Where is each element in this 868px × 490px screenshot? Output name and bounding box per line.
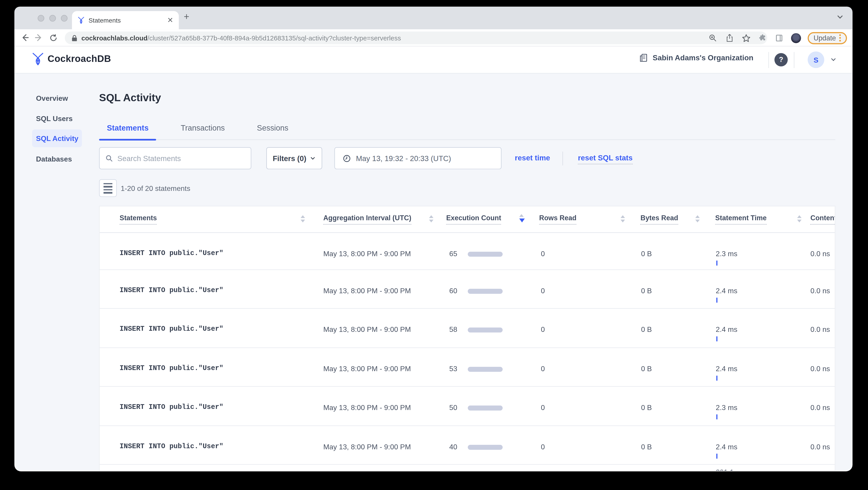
account-chevron-down-icon[interactable] (830, 57, 836, 63)
time-range-button[interactable]: May 13, 19:32 - 20:33 (UTC) (334, 147, 502, 169)
organization-icon (639, 53, 648, 63)
column-header[interactable]: Rows Read (539, 214, 577, 222)
table-row[interactable]: INSERT INTO public."User" May 13, 8:00 P… (100, 309, 835, 348)
tab[interactable]: Statements (99, 123, 156, 139)
reload-button[interactable] (47, 32, 59, 44)
aggregation-interval-cell: May 13, 8:00 PM - 9:00 PM (323, 250, 411, 258)
extensions-puzzle-icon[interactable] (758, 33, 768, 43)
minimize-window-button[interactable] (49, 15, 56, 22)
cockroachdb-logo[interactable]: CockroachDB (32, 53, 111, 65)
side-panel-icon[interactable] (774, 33, 784, 43)
column-header[interactable]: Statements (120, 214, 157, 222)
tab[interactable]: Sessions (249, 123, 296, 139)
browser-menu-icon[interactable] (839, 34, 841, 41)
search-statements-box[interactable] (99, 147, 251, 169)
tab-search-chevron-icon[interactable] (836, 13, 844, 21)
execution-count-bar (468, 366, 502, 371)
filters-button[interactable]: Filters (0) (266, 147, 322, 169)
sort-arrows-icon[interactable] (620, 215, 625, 222)
execution-count-cell: 40 (440, 442, 457, 451)
statement-time-cell: 2.4 ms (716, 325, 738, 334)
back-button[interactable] (19, 32, 31, 44)
statement-cell[interactable]: INSERT INTO public."User" (120, 325, 223, 333)
address-bar[interactable]: cockroachlabs.cloud/cluster/527a65b8-377… (65, 32, 767, 44)
sort-arrows-icon[interactable] (519, 214, 525, 222)
page-title: SQL Activity (99, 92, 161, 104)
user-avatar[interactable]: S (808, 52, 824, 68)
column-header[interactable]: Contention (810, 214, 835, 222)
sort-arrows-icon[interactable] (695, 215, 700, 222)
browser-profile-avatar[interactable] (791, 33, 801, 43)
aggregation-interval-cell: May 13, 8:00 PM - 9:00 PM (323, 364, 411, 373)
header-divider (768, 52, 769, 68)
reset-sql-stats-link[interactable]: reset SQL stats (578, 154, 633, 164)
sidebar-item[interactable]: SQL Activity (36, 134, 79, 143)
column-header[interactable]: Statement Time (715, 214, 767, 222)
chrome-update-button[interactable]: Update (807, 32, 847, 44)
screen: Statements ✕ + cockroachlab (0, 0, 868, 490)
column-header[interactable]: Bytes Read (640, 214, 678, 222)
column-header[interactable]: Aggregation Interval (UTC) (323, 214, 411, 222)
bytes-read-cell: 0 B (641, 364, 652, 373)
tab[interactable]: Transactions (173, 123, 232, 139)
column-options-button[interactable] (99, 179, 117, 197)
share-icon[interactable] (724, 33, 735, 43)
statement-cell[interactable]: INSERT INTO public."User" (120, 403, 223, 411)
reset-time-link[interactable]: reset time (515, 154, 550, 162)
contention-cell: 0.0 ns (810, 442, 830, 451)
sidebar-item[interactable]: SQL Users (36, 115, 72, 123)
zoom-window-button[interactable] (61, 15, 67, 22)
cockroachdb-favicon-icon (78, 17, 85, 24)
sql-activity-tabs: Statements Transactions Sessions (99, 116, 835, 140)
sort-arrows-icon[interactable] (301, 215, 305, 222)
bytes-read-cell: 0 B (641, 403, 652, 412)
search-icon (105, 154, 113, 162)
statement-cell[interactable]: INSERT INTO public."User" (120, 442, 223, 450)
contention-cell: 0.0 ns (810, 325, 830, 334)
tab-close-icon[interactable]: ✕ (167, 17, 174, 24)
tab-title: Statements (89, 17, 163, 24)
controls-divider (562, 152, 563, 165)
cockroachdb-logo-icon (32, 53, 43, 65)
partial-row-statement-time: 291.1 (716, 468, 734, 471)
column-header-label: Statement Time (715, 214, 767, 225)
filters-label: Filters (0) (273, 154, 306, 162)
table-row[interactable]: INSERT INTO public."User" May 13, 8:00 P… (100, 387, 835, 426)
zoom-page-icon[interactable] (708, 33, 718, 43)
statement-cell[interactable]: INSERT INTO public."User" (120, 250, 223, 257)
close-window-button[interactable] (38, 15, 44, 22)
tab-label: Sessions (257, 123, 288, 132)
bookmark-star-icon[interactable] (741, 33, 751, 43)
statement-time-cell: 2.3 ms (716, 403, 738, 412)
sidebar-item[interactable]: Overview (36, 94, 68, 102)
statements-table: Statements Aggregation Interval (UTC) Ex… (99, 206, 835, 471)
app-header: CockroachDB Sabin Adams's Organization ?… (14, 46, 852, 74)
table-row[interactable]: INSERT INTO public."User" May 13, 8:00 P… (100, 270, 835, 309)
search-statements-input[interactable] (117, 154, 245, 162)
browser-tab[interactable]: Statements ✕ (72, 11, 179, 29)
column-header-label: Statements (120, 214, 157, 225)
column-header[interactable]: Execution Count (446, 214, 501, 222)
browser-toolbar: cockroachlabs.cloud/cluster/527a65b8-377… (14, 29, 852, 46)
table-row[interactable]: INSERT INTO public."User" May 13, 8:00 P… (100, 348, 835, 387)
bytes-read-cell: 0 B (641, 442, 652, 451)
contention-cell: 0.0 ns (810, 403, 830, 412)
table-row[interactable]: INSERT INTO public."User" May 13, 8:00 P… (100, 426, 835, 465)
window-controls[interactable] (38, 15, 68, 22)
tab-label: Transactions (181, 123, 225, 132)
time-range-label: May 13, 19:32 - 20:33 (UTC) (356, 154, 451, 162)
forward-button[interactable] (33, 32, 45, 44)
help-button[interactable]: ? (774, 53, 788, 66)
sort-arrows-icon[interactable] (429, 215, 434, 222)
table-row[interactable]: INSERT INTO public."User" May 13, 8:00 P… (100, 233, 835, 270)
statement-cell[interactable]: INSERT INTO public."User" (120, 286, 223, 294)
new-tab-button[interactable]: + (184, 11, 189, 23)
rows-read-cell: 0 (541, 442, 545, 451)
sort-arrows-icon[interactable] (797, 215, 802, 222)
table-header-row: Statements Aggregation Interval (UTC) Ex… (100, 206, 835, 233)
contention-cell: 0.0 ns (810, 364, 830, 373)
organization-selector[interactable]: Sabin Adams's Organization (639, 53, 753, 63)
statement-cell[interactable]: INSERT INTO public."User" (120, 364, 223, 372)
lock-icon (71, 35, 78, 41)
header-divider (794, 52, 794, 68)
